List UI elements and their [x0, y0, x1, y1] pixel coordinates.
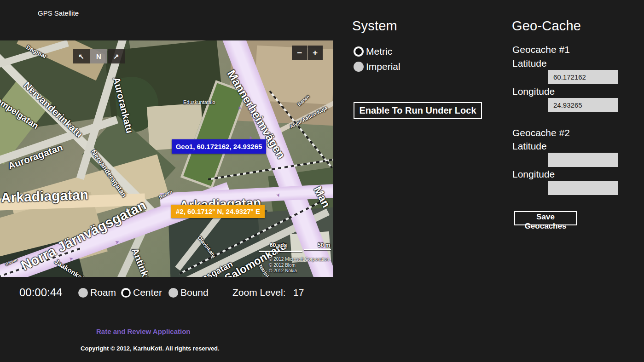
page-title: GPS Satellite	[38, 9, 79, 17]
timer-value: 00:00:44	[19, 286, 62, 299]
system-panel-title: System	[352, 18, 397, 34]
geocache1-longitude-label: Longitude	[512, 86, 555, 97]
radio-circle-icon	[354, 62, 364, 72]
map-pushpin-geo1[interactable]: Geo1, 60.172162, 24.93265	[172, 139, 266, 154]
street-label: Antinkatu	[129, 247, 157, 277]
street-label: Arkadiagatan	[0, 187, 88, 206]
map-copyright-line: © 2012 Microsoft Corporation	[269, 257, 329, 263]
geocache2-latitude-input[interactable]	[548, 153, 618, 167]
geocache2-longitude-input[interactable]	[548, 181, 618, 195]
map-zoom-controls: − +	[292, 46, 323, 60]
map-compass-controls: ↖ N ↗	[73, 49, 125, 63]
radio-bound[interactable]: Bound	[168, 287, 209, 298]
rotate-left-icon[interactable]: ↖	[73, 49, 90, 63]
geocache2-title: Geocache #2	[512, 127, 570, 138]
radio-roam-label: Roam	[90, 287, 116, 298]
zoom-in-icon[interactable]: +	[307, 46, 323, 60]
compass-north-button[interactable]: N	[90, 49, 107, 63]
scale-bar	[304, 249, 331, 250]
radio-roam[interactable]: Roam	[78, 287, 116, 298]
map-view[interactable]: Dagmar Nervanderinkatu empelgatan Aurora…	[0, 40, 333, 277]
scale-metric-label: 50 m	[318, 242, 330, 248]
scale-imperial-label: 60 yds	[270, 242, 287, 248]
app-window: GPS Satellite	[0, 0, 644, 362]
zoom-level-value: 17	[293, 287, 304, 298]
geocache1-latitude-input[interactable]	[548, 70, 618, 84]
geocache1-longitude-input[interactable]	[548, 98, 618, 112]
poi-label-eduskuntatalo: Eduskuntatalo	[183, 99, 215, 105]
radio-circle-icon	[168, 288, 178, 298]
radio-circle-icon	[121, 288, 131, 298]
save-geocaches-button[interactable]: Save Geocaches	[514, 211, 577, 225]
rate-review-link[interactable]: Rate and Review Application	[96, 328, 191, 335]
app-copyright: Copyright © 2012, KarhuKoti. All rights …	[81, 345, 220, 352]
radio-circle-icon	[354, 46, 364, 57]
radio-metric[interactable]: Metric	[354, 46, 392, 57]
rotate-right-icon[interactable]: ↗	[108, 49, 125, 63]
geocache-panel-title: Geo-Cache	[512, 18, 581, 34]
map-copyright-line: © 2012 Blom	[269, 263, 329, 269]
radio-imperial[interactable]: Imperial	[354, 61, 400, 72]
zoom-level-label: Zoom Level:	[232, 287, 286, 298]
radio-circle-icon	[78, 288, 88, 298]
geocache1-latitude-label: Latitude	[512, 58, 547, 69]
geocache1-title: Geocache #1	[512, 44, 570, 55]
map-copyright-line: © 2012 Nokia	[269, 268, 329, 274]
map-copyright: © 2012 Microsoft Corporation © 2012 Blom…	[269, 257, 329, 274]
geocache2-longitude-label: Longitude	[512, 169, 555, 180]
zoom-out-icon[interactable]: −	[292, 46, 307, 60]
enable-lock-button[interactable]: Enable To Run Under Lock	[354, 102, 482, 119]
radio-imperial-label: Imperial	[366, 61, 400, 72]
scale-bar	[259, 251, 302, 252]
map-pushpin-2[interactable]: #2, 60.1712° N, 24.9327° E	[171, 205, 265, 218]
radio-metric-label: Metric	[366, 46, 392, 57]
radio-center-label: Center	[133, 287, 162, 298]
radio-center[interactable]: Center	[121, 287, 162, 298]
radio-bound-label: Bound	[180, 287, 209, 298]
geocache2-latitude-label: Latitude	[512, 141, 547, 152]
